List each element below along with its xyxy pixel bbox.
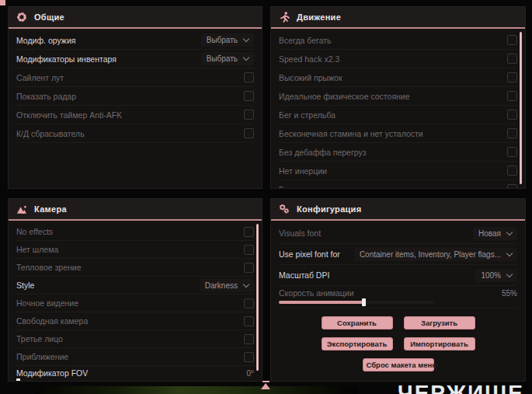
chevron-down-icon — [506, 228, 513, 235]
panel-movement-header[interactable]: Движение — [271, 7, 525, 29]
row-label: Отключить таймер Anti-AFK — [16, 110, 122, 120]
action-button[interactable]: Экспортировать — [322, 337, 393, 350]
checkbox[interactable] — [244, 110, 254, 120]
panel-camera-header[interactable]: Камера — [9, 199, 262, 221]
checkbox[interactable] — [244, 227, 254, 237]
row-label: Visuals font — [279, 228, 321, 238]
checkbox[interactable] — [244, 128, 254, 138]
row-checkbox: Третье лицо — [16, 330, 254, 348]
row-checkbox: Тепловое зрение — [16, 259, 254, 277]
row-select: StyleDarkness — [16, 277, 254, 295]
row-checkbox: Без замедления — [279, 180, 517, 188]
row-label: Модификатор FOV — [16, 368, 246, 378]
panel-config: Конфигурация Visuals fontНоваяUse pixel … — [270, 198, 526, 382]
camera-scrollbar[interactable] — [256, 224, 259, 371]
row-label: Показать радар — [16, 92, 76, 101]
checkbox[interactable] — [507, 91, 517, 101]
movement-scrollbar[interactable] — [520, 32, 522, 184]
row-checkbox: Отключить таймер Anti-AFK — [16, 106, 254, 124]
corner-pink-dot — [0, 0, 5, 5]
checkbox[interactable] — [244, 263, 254, 273]
row-label: Use pixel font for — [279, 249, 340, 259]
panel-camera: Камера No effectsНет шлемаТепловое зрени… — [8, 198, 263, 382]
checkbox[interactable] — [244, 91, 254, 101]
checkbox[interactable] — [244, 352, 254, 362]
checkbox[interactable] — [244, 72, 254, 82]
panel-general-header[interactable]: Общие — [9, 7, 262, 29]
row-label: Нет шлема — [16, 245, 58, 254]
dropdown[interactable]: Darkness — [200, 279, 254, 292]
checkbox[interactable] — [507, 147, 517, 157]
action-button[interactable]: Сохранить — [322, 316, 393, 329]
row-checkbox: Нет инерции — [279, 162, 517, 180]
checkbox[interactable] — [244, 298, 254, 309]
slider-thumb[interactable] — [362, 298, 366, 306]
row-label: Масштаб DPI — [279, 270, 329, 280]
row-checkbox: Свободная камера — [16, 312, 254, 330]
row-checkbox: Приближение — [16, 348, 254, 366]
checkbox[interactable] — [244, 316, 254, 326]
menu-cursor — [261, 381, 270, 389]
row-label: Скорость анимации — [279, 288, 502, 298]
checkbox[interactable] — [244, 334, 254, 344]
row-label: Приближение — [16, 352, 68, 361]
checkbox[interactable] — [507, 54, 517, 64]
row-label: Третье лицо — [16, 334, 63, 343]
chevron-down-icon — [506, 249, 513, 256]
dropdown[interactable]: Container items, Inventory, Player flags… — [354, 248, 517, 261]
button-row: СохранитьЗагрузить — [279, 316, 517, 329]
row-select: Модиф. оружияВыбрать — [16, 31, 254, 50]
row-checkbox: Сайлент лут — [16, 68, 254, 87]
checkbox[interactable] — [507, 184, 517, 188]
panel-general: Общие Модиф. оружияВыбратьМодификаторы и… — [8, 6, 263, 189]
row-slider: Скорость анимации55% — [279, 286, 517, 309]
mountains-icon — [16, 204, 27, 214]
action-button[interactable]: Сброс макета меню — [363, 358, 434, 371]
checkbox[interactable] — [507, 166, 517, 176]
row-slider: Модификатор FOV0° — [16, 366, 254, 381]
panel-camera-rows: No effectsНет шлемаТепловое зрениеStyleD… — [9, 221, 262, 381]
row-checkbox: No effects — [16, 223, 254, 241]
panel-config-header[interactable]: Конфигурация — [271, 199, 525, 221]
action-button[interactable]: Импортировать — [404, 337, 475, 350]
row-label: Нет инерции — [279, 166, 327, 176]
dropdown[interactable]: 100% — [475, 269, 517, 282]
cursor-triangle — [261, 383, 270, 389]
row-checkbox: Speed hack x2.3 — [279, 50, 517, 68]
dropdown[interactable]: Выбрать — [201, 33, 254, 47]
gears-icon — [279, 204, 290, 214]
row-label: Без замедления — [279, 185, 340, 189]
dropdown-value: Выбрать — [207, 54, 238, 63]
row-label: No effects — [16, 227, 53, 236]
slider-value: 55% — [502, 289, 517, 298]
row-checkbox: Высокий прыжок — [279, 68, 517, 87]
dropdown-value: Darkness — [205, 281, 238, 290]
row-label: Всегда бегать — [279, 36, 332, 45]
dropdown[interactable]: Выбрать — [201, 52, 254, 65]
row-label: Модиф. оружия — [16, 36, 75, 45]
row-checkbox: Бесконечная стамина и нет усталости — [279, 124, 517, 143]
dropdown[interactable]: Новая — [473, 227, 517, 240]
row-checkbox: Идеальное физическое состояние — [279, 87, 517, 106]
game-background-strip — [35, 386, 357, 394]
row-label: Ночное видение — [16, 298, 78, 308]
slider-track[interactable] — [279, 301, 434, 304]
panel-title: Общие — [34, 12, 64, 22]
checkbox[interactable] — [507, 128, 517, 138]
row-label: Speed hack x2.3 — [279, 54, 339, 64]
panel-movement: Движение Всегда бегатьSpeed hack x2.3Выс… — [270, 6, 526, 189]
panel-title: Камера — [34, 204, 67, 214]
panel-general-rows: Модиф. оружияВыбратьМодификаторы инвента… — [9, 29, 262, 188]
panel-title: Конфигурация — [297, 204, 361, 214]
checkbox[interactable] — [507, 35, 517, 45]
checkbox[interactable] — [244, 245, 254, 255]
button-row: Сброс макета меню — [279, 358, 517, 371]
checkbox[interactable] — [507, 110, 517, 120]
mod-menu-screen: ЧЕРЖИШЕ Общие Модиф. оружияВыбратьМодифи… — [0, 0, 532, 394]
row-label: Свободная камера — [16, 316, 88, 326]
row-checkbox: Нет шлема — [16, 241, 254, 259]
checkbox[interactable] — [507, 72, 517, 82]
action-button[interactable]: Загрузить — [404, 316, 475, 329]
dropdown-value: Выбрать — [207, 36, 238, 44]
slider-thumb[interactable] — [16, 378, 20, 381]
